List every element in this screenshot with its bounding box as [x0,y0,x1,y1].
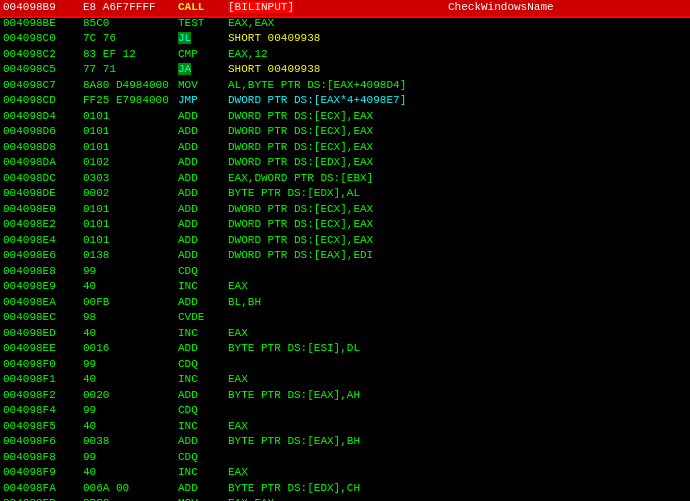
cell-mnemonic: INC [175,279,225,295]
table-row[interactable]: 004098FA006A 00ADDBYTE PTR DS:[EDX],CH [0,481,690,497]
table-row[interactable]: 004098D60101ADDDWORD PTR DS:[ECX],EAX [0,124,690,140]
cell-operands: DWORD PTR DS:[ECX],EAX [225,124,445,140]
table-row[interactable]: 004098F140INCEAX [0,372,690,388]
cell-address: 004098D6 [0,124,80,140]
cell-address: 004098D4 [0,109,80,125]
cell-bytes: 0101 [80,202,175,218]
cell-address: 004098F5 [0,419,80,435]
cell-mnemonic: ADD [175,248,225,264]
table-row[interactable]: 004098F60038ADDBYTE PTR DS:[EAX],BH [0,434,690,450]
table-row[interactable]: 004098F099CDQ [0,357,690,373]
table-row[interactable]: 004098E40101ADDDWORD PTR DS:[ECX],EAX [0,233,690,249]
table-row[interactable]: 004098C78A80 D4984000MOVAL,BYTE PTR DS:[… [0,78,690,94]
table-row[interactable]: 004098E60138ADDDWORD PTR DS:[EAX],EDI [0,248,690,264]
table-row[interactable]: 004098DA0102ADDDWORD PTR DS:[EDX],EAX [0,155,690,171]
cell-address: 004098F8 [0,450,80,466]
cell-operands [225,310,445,326]
table-row[interactable]: 004098C577 71JASHORT 00409938 [0,62,690,78]
table-row[interactable]: 004098EA00FBADDBL,BH [0,295,690,311]
table-row[interactable]: 004098FD8BC0MOVEAX,EAX [0,496,690,501]
cell-mnemonic: ADD [175,341,225,357]
table-row[interactable]: 004098EC98CVDE [0,310,690,326]
cell-operands: EAX [225,326,445,342]
table-row[interactable]: 004098F940INCEAX [0,465,690,481]
cell-comment [445,450,690,466]
cell-mnemonic: MOV [175,496,225,501]
cell-bytes: 0101 [80,217,175,233]
cell-bytes: 99 [80,357,175,373]
table-row[interactable]: 004098F499CDQ [0,403,690,419]
table-row[interactable]: 004098F20020ADDBYTE PTR DS:[EAX],AH [0,388,690,404]
table-row[interactable]: 004098BE85C0TESTEAX,EAX [0,16,690,32]
cell-mnemonic: ADD [175,233,225,249]
cell-comment [445,109,690,125]
table-row[interactable]: 004098DE0002ADDBYTE PTR DS:[EDX],AL [0,186,690,202]
cell-comment [445,93,690,109]
cell-address: 004098DE [0,186,80,202]
cell-comment [445,217,690,233]
cell-comment [445,78,690,94]
table-row[interactable]: 004098C283 EF 12CMPEAX,12 [0,47,690,63]
cell-mnemonic: CDQ [175,403,225,419]
cell-operands [225,450,445,466]
cell-operands [225,403,445,419]
cell-operands: BYTE PTR DS:[EAX],AH [225,388,445,404]
cell-bytes: 7C 76 [80,31,175,47]
cell-address: 004098E4 [0,233,80,249]
table-row[interactable]: 004098D40101ADDDWORD PTR DS:[ECX],EAX [0,109,690,125]
cell-comment [445,295,690,311]
cell-bytes: 0303 [80,171,175,187]
cell-address: 004098EC [0,310,80,326]
cell-operands [225,264,445,280]
cell-bytes: 0020 [80,388,175,404]
cell-bytes: 40 [80,326,175,342]
cell-mnemonic: ADD [175,481,225,497]
cell-comment [445,388,690,404]
table-row[interactable]: 004098E20101ADDDWORD PTR DS:[ECX],EAX [0,217,690,233]
cell-address: 004098C5 [0,62,80,78]
table-row[interactable]: 004098E940INCEAX [0,279,690,295]
table-row[interactable]: 004098F899CDQ [0,450,690,466]
cell-bytes: 40 [80,279,175,295]
cell-mnemonic: CMP [175,47,225,63]
cell-operands: DWORD PTR DS:[EAX],EDI [225,248,445,264]
cell-bytes: 40 [80,419,175,435]
cell-address: 004098E2 [0,217,80,233]
cell-mnemonic: ADD [175,186,225,202]
cell-comment [445,264,690,280]
table-row[interactable]: 004098DC0303ADDEAX,DWORD PTR DS:[EBX] [0,171,690,187]
cell-operands: EAX,EAX [225,16,445,32]
table-row[interactable]: 004098CDFF25 E7984000JMPDWORD PTR DS:[EA… [0,93,690,109]
cell-mnemonic: ADD [175,217,225,233]
cell-mnemonic: CDQ [175,264,225,280]
table-row[interactable]: 004098B9E8 A6F7FFFFCALL[BILINPUT]CheckWi… [0,0,690,16]
cell-comment [445,186,690,202]
cell-mnemonic: ADD [175,171,225,187]
cell-comment [445,279,690,295]
table-row[interactable]: 004098EE0016ADDBYTE PTR DS:[ESI],DL [0,341,690,357]
table-row[interactable]: 004098F540INCEAX [0,419,690,435]
cell-mnemonic: ADD [175,434,225,450]
table-row[interactable]: 004098C07C 76JLSHORT 00409938 [0,31,690,47]
cell-comment [445,47,690,63]
table-row[interactable]: 004098D80101ADDDWORD PTR DS:[ECX],EAX [0,140,690,156]
table-row[interactable]: 004098E00101ADDDWORD PTR DS:[ECX],EAX [0,202,690,218]
cell-operands: EAX,12 [225,47,445,63]
cell-comment [445,140,690,156]
cell-address: 004098EE [0,341,80,357]
cell-bytes: 99 [80,450,175,466]
cell-address: 004098FD [0,496,80,501]
cell-mnemonic: ADD [175,155,225,171]
cell-address: 004098C0 [0,31,80,47]
table-row[interactable]: 004098E899CDQ [0,264,690,280]
cell-bytes: 0138 [80,248,175,264]
cell-bytes: 006A 00 [80,481,175,497]
cell-comment [445,481,690,497]
cell-comment [445,233,690,249]
cell-operands: DWORD PTR DS:[ECX],EAX [225,202,445,218]
cell-operands: BL,BH [225,295,445,311]
cell-bytes: 99 [80,403,175,419]
table-row[interactable]: 004098ED40INCEAX [0,326,690,342]
cell-address: 004098F4 [0,403,80,419]
cell-bytes: 83 EF 12 [80,47,175,63]
